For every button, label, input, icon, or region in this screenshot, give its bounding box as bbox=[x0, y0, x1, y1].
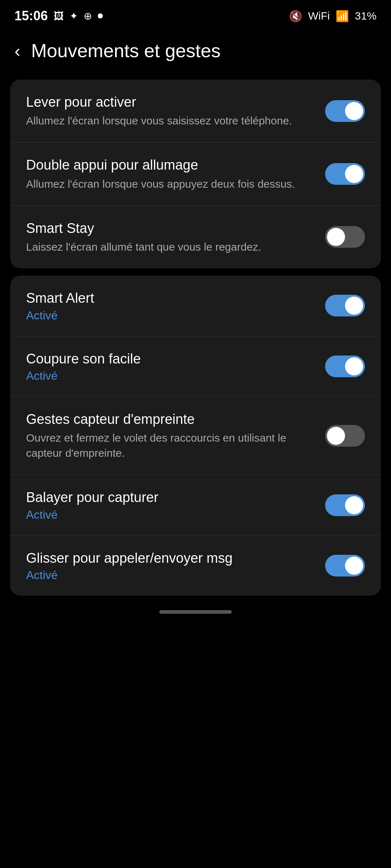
setting-coupure-son-text: Coupure son facile Activé bbox=[26, 350, 325, 383]
setting-double-appui-subtitle: Allumez l'écran lorsque vous appuyez deu… bbox=[26, 176, 314, 192]
setting-glisser-text: Glisser pour appeler/envoyer msg Activé bbox=[26, 549, 325, 582]
cast-icon: ⊕ bbox=[84, 10, 92, 22]
battery-text: 31% bbox=[355, 10, 377, 22]
toggle-double-appui-slider bbox=[325, 163, 365, 185]
setting-smart-alert-text: Smart Alert Activé bbox=[26, 289, 325, 322]
toggle-double-appui[interactable] bbox=[325, 163, 365, 185]
page-header: ‹ Mouvements et gestes bbox=[0, 29, 391, 72]
toggle-smart-stay-slider bbox=[325, 226, 365, 248]
toggle-glisser[interactable] bbox=[325, 555, 365, 576]
setting-coupure-son[interactable]: Coupure son facile Activé bbox=[10, 336, 381, 397]
setting-glisser[interactable]: Glisser pour appeler/envoyer msg Activé bbox=[10, 536, 381, 596]
signal-icon: 📶 bbox=[336, 10, 349, 22]
setting-balayer-text: Balayer pour capturer Activé bbox=[26, 489, 325, 521]
setting-gestes-capteur-subtitle: Ouvrez et fermez le volet des raccourcis… bbox=[26, 430, 314, 461]
grid-icon: ✦ bbox=[70, 10, 78, 22]
setting-gestes-capteur-title: Gestes capteur d'empreinte bbox=[26, 410, 314, 428]
wifi-icon: WiFi bbox=[308, 10, 330, 22]
setting-balayer[interactable]: Balayer pour capturer Activé bbox=[10, 475, 381, 535]
setting-double-appui-text: Double appui pour allumage Allumez l'écr… bbox=[26, 156, 325, 191]
toggle-smart-stay[interactable] bbox=[325, 226, 365, 248]
image-icon: 🖼 bbox=[54, 10, 64, 22]
setting-glisser-title: Glisser pour appeler/envoyer msg bbox=[26, 549, 314, 567]
toggle-gestes-capteur-slider bbox=[325, 425, 365, 447]
setting-smart-alert[interactable]: Smart Alert Activé bbox=[10, 276, 381, 336]
setting-coupure-son-status: Activé bbox=[26, 369, 314, 383]
status-time: 15:06 bbox=[14, 8, 48, 24]
toggle-coupure-son-slider bbox=[325, 356, 365, 377]
page-title: Mouvements et gestes bbox=[31, 40, 220, 61]
toggle-gestes-capteur[interactable] bbox=[325, 425, 365, 447]
nav-indicator bbox=[159, 610, 232, 614]
setting-lever-subtitle: Allumez l'écran lorsque vous saisissez v… bbox=[26, 113, 314, 128]
setting-smart-stay-title: Smart Stay bbox=[26, 220, 314, 237]
setting-lever-title: Lever pour activer bbox=[26, 93, 314, 111]
setting-balayer-status: Activé bbox=[26, 508, 314, 522]
toggle-coupure-son[interactable] bbox=[325, 356, 365, 377]
status-bar: 15:06 🖼 ✦ ⊕ 🔇 WiFi 📶 31% bbox=[0, 0, 391, 29]
setting-glisser-status: Activé bbox=[26, 569, 314, 582]
status-left: 15:06 🖼 ✦ ⊕ bbox=[14, 8, 103, 24]
setting-lever-text: Lever pour activer Allumez l'écran lorsq… bbox=[26, 93, 325, 128]
setting-gestes-capteur[interactable]: Gestes capteur d'empreinte Ouvrez et fer… bbox=[10, 397, 381, 475]
setting-smart-stay[interactable]: Smart Stay Laissez l'écran allumé tant q… bbox=[10, 206, 381, 268]
section-card-2: Smart Alert Activé Coupure son facile Ac… bbox=[10, 276, 381, 596]
section-card-1: Lever pour activer Allumez l'écran lorsq… bbox=[10, 80, 381, 268]
toggle-smart-alert-slider bbox=[325, 295, 365, 316]
status-right: 🔇 WiFi 📶 31% bbox=[289, 10, 377, 22]
setting-double-appui-title: Double appui pour allumage bbox=[26, 156, 314, 174]
toggle-balayer-slider bbox=[325, 494, 365, 516]
setting-coupure-son-title: Coupure son facile bbox=[26, 350, 314, 368]
toggle-lever[interactable] bbox=[325, 100, 365, 122]
setting-smart-alert-status: Activé bbox=[26, 309, 314, 322]
toggle-glisser-slider bbox=[325, 555, 365, 576]
toggle-lever-slider bbox=[325, 100, 365, 122]
setting-smart-alert-title: Smart Alert bbox=[26, 289, 314, 307]
setting-double-appui[interactable]: Double appui pour allumage Allumez l'écr… bbox=[10, 142, 381, 205]
setting-balayer-title: Balayer pour capturer bbox=[26, 489, 314, 506]
notification-dot bbox=[98, 13, 103, 18]
back-button[interactable]: ‹ bbox=[14, 41, 20, 61]
setting-lever[interactable]: Lever pour activer Allumez l'écran lorsq… bbox=[10, 80, 381, 142]
toggle-smart-alert[interactable] bbox=[325, 295, 365, 316]
mute-icon: 🔇 bbox=[289, 10, 302, 22]
toggle-balayer[interactable] bbox=[325, 494, 365, 516]
setting-smart-stay-subtitle: Laissez l'écran allumé tant que vous le … bbox=[26, 239, 314, 255]
setting-gestes-capteur-text: Gestes capteur d'empreinte Ouvrez et fer… bbox=[26, 410, 325, 461]
setting-smart-stay-text: Smart Stay Laissez l'écran allumé tant q… bbox=[26, 220, 325, 255]
